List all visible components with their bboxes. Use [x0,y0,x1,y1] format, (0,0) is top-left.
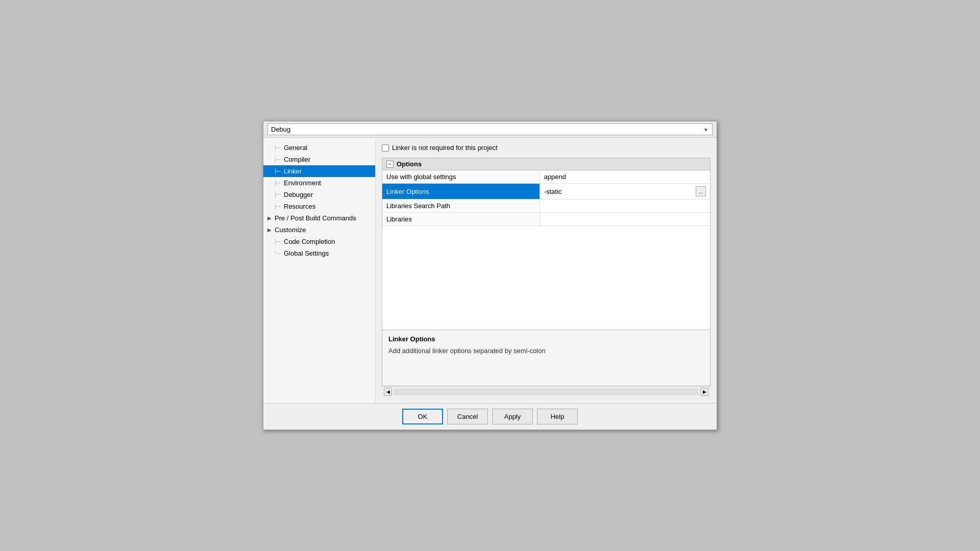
expand-arrow: ▶ [267,215,275,221]
sidebar-item-global-settings[interactable]: └─ Global Settings [263,247,375,259]
sidebar-item-customize[interactable]: ▶ Customize [263,224,375,236]
configuration-bar: Debug Release [263,121,717,138]
dialog-body: ├─ General ├─ Compiler ├─ Linker ├─ Envi… [263,138,717,403]
browse-button[interactable]: ... [696,186,706,196]
content-area: Linker is not required for this project … [376,138,717,403]
expand-arrow: ▶ [267,227,275,233]
options-title: Options [397,160,422,168]
table-row: Libraries Search Path [382,199,710,213]
description-text: Add additional linker options separated … [388,346,704,356]
sidebar-item-code-completion[interactable]: ├─ Code Completion [263,236,375,247]
sidebar: ├─ General ├─ Compiler ├─ Linker ├─ Envi… [263,138,376,403]
cancel-button[interactable]: Cancel [447,409,488,424]
linker-not-required-row: Linker is not required for this project [382,144,710,152]
options-table-body: Use with global settings append Linker O… [382,170,710,226]
table-row[interactable]: Linker Options ... [382,184,710,199]
configuration-dropdown-wrapper: Debug Release [267,123,713,135]
sidebar-item-environment[interactable]: ├─ Environment [263,177,375,189]
tree-connector: ├─ [274,180,284,186]
options-table-wrapper: Use with global settings append Linker O… [382,170,710,330]
tree-connector: ├─ [274,145,284,151]
apply-button[interactable]: Apply [492,409,533,424]
table-row: Use with global settings append [382,170,710,184]
options-panel: − Options Use with global settings appen… [382,158,710,386]
row-label: Libraries [382,213,540,226]
row-value [540,199,710,213]
linker-options-input[interactable] [544,188,694,195]
tree-connector: ├─ [274,204,284,209]
scroll-left-arrow[interactable]: ◀ [384,388,392,396]
options-header: − Options [382,158,710,170]
sidebar-item-resources[interactable]: ├─ Resources [263,201,375,212]
sidebar-item-pre-post-build[interactable]: ▶ Pre / Post Build Commands [263,212,375,224]
value-cell: ... [544,186,706,196]
description-title: Linker Options [388,335,704,343]
help-button[interactable]: Help [537,409,578,424]
sidebar-scrollbar: ◀ ▶ [382,386,710,397]
scroll-track[interactable] [394,389,698,395]
sidebar-item-general[interactable]: ├─ General [263,142,375,154]
sidebar-item-debugger[interactable]: ├─ Debugger [263,189,375,201]
linker-not-required-label: Linker is not required for this project [392,144,498,152]
tree-connector: ├─ [274,157,284,162]
row-label: Use with global settings [382,170,540,184]
row-label: Linker Options [382,184,540,199]
row-label: Libraries Search Path [382,199,540,213]
tree-connector: ├─ [274,239,284,244]
table-row: Libraries [382,213,710,226]
row-value [540,213,710,226]
linker-not-required-checkbox[interactable] [382,144,389,152]
sidebar-item-compiler[interactable]: ├─ Compiler [263,154,375,165]
tree-connector: ├─ [274,168,284,174]
project-settings-dialog: Debug Release ├─ General ├─ Compiler ├─ … [263,121,717,430]
configuration-dropdown[interactable]: Debug Release [267,123,713,135]
row-value: append [540,170,710,184]
sidebar-item-linker[interactable]: ├─ Linker [263,165,375,177]
scroll-right-arrow[interactable]: ▶ [700,388,708,396]
collapse-button[interactable]: − [386,161,394,168]
options-table: Use with global settings append Linker O… [382,170,710,226]
dialog-footer: OK Cancel Apply Help [263,403,717,430]
description-panel: Linker Options Add additional linker opt… [382,330,710,386]
tree-connector: └─ [274,251,284,256]
tree-connector: ├─ [274,192,284,197]
row-value: ... [540,184,710,199]
ok-button[interactable]: OK [402,409,443,424]
